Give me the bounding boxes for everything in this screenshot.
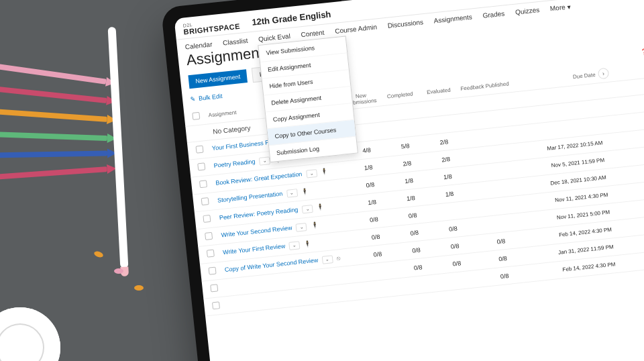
cup-decoration	[0, 307, 60, 361]
chevron-down-icon[interactable]: ⌄	[322, 255, 333, 264]
count-cell	[362, 287, 400, 291]
hidden-icon: ⦸	[336, 254, 341, 261]
col-evaluated[interactable]: Evaluated	[419, 86, 459, 96]
assignment-link[interactable]: Storytelling Presentation	[217, 190, 283, 203]
select-all-checkbox[interactable]	[192, 111, 200, 119]
count-cell: 0/8	[435, 241, 475, 252]
count-cell	[465, 152, 519, 157]
count-cell: 1/8	[349, 162, 388, 172]
due-date-cell: Feb 14, 2022 4:30 PM	[531, 261, 619, 276]
count-cell: 0/8	[393, 210, 433, 221]
count-cell: 0/8	[354, 214, 394, 225]
count-cell: 0/8	[476, 252, 530, 264]
row-checkbox[interactable]	[197, 162, 205, 170]
count-cell	[432, 209, 471, 213]
scroll-right-icon[interactable]: ›	[598, 68, 610, 80]
count-cell: 1/8	[389, 175, 429, 186]
count-cell: 2/8	[388, 158, 427, 168]
count-cell	[469, 187, 523, 192]
row-checkbox[interactable]	[205, 232, 213, 240]
count-cell: 0/8	[437, 258, 477, 268]
count-cell: 0/8	[394, 227, 434, 238]
col-due[interactable]: Due Date	[511, 71, 598, 87]
count-cell: 5/8	[386, 140, 425, 151]
count-cell: 0/8	[351, 179, 390, 190]
brand-logo: D2L BRIGHTSPACE	[182, 17, 240, 36]
due-date-cell	[515, 108, 602, 117]
count-cell	[464, 134, 517, 140]
row-checkbox[interactable]	[199, 180, 207, 188]
chevron-down-icon[interactable]: ⌄	[296, 223, 307, 232]
row-checkbox[interactable]	[203, 215, 211, 223]
row-checkbox[interactable]	[212, 301, 220, 309]
assignment-context-menu: View SubmissionsEdit AssignmentHide from…	[258, 36, 358, 162]
special-access-icon: 🕴	[311, 221, 319, 229]
assignment-link[interactable]: Poetry Reading	[213, 158, 256, 168]
row-checkbox[interactable]	[207, 250, 215, 258]
count-cell: 0/8	[356, 231, 396, 242]
assignment-link[interactable]: Peer Review: Poetry Reading	[219, 206, 298, 221]
count-cell: 0/8	[398, 262, 438, 272]
due-date-cell	[517, 125, 603, 134]
chevron-down-icon[interactable]: ⌄	[289, 241, 301, 250]
assignment-link[interactable]: Write Your First Review	[223, 242, 286, 256]
count-cell: 0/8	[474, 235, 528, 247]
count-cell: 1/8	[430, 189, 470, 199]
count-cell: 0/8	[358, 249, 397, 260]
count-cell: 1/8	[428, 171, 468, 182]
row-checkbox[interactable]	[210, 284, 218, 292]
count-cell: 1/8	[391, 193, 431, 203]
count-cell: 0/8	[433, 223, 473, 234]
special-access-icon: 🕴	[303, 240, 311, 247]
count-cell: 1/8	[352, 197, 392, 207]
count-cell	[471, 203, 525, 209]
count-cell	[472, 221, 526, 226]
count-cell	[360, 270, 399, 274]
count-cell	[467, 169, 521, 174]
chevron-down-icon[interactable]: ⌄	[259, 156, 270, 166]
chevron-down-icon[interactable]: ⌄	[286, 189, 298, 198]
count-cell: 2/8	[425, 136, 464, 147]
count-cell	[439, 278, 478, 282]
col-feedback[interactable]: Feedback Published	[458, 80, 512, 91]
special-access-icon: 🕴	[321, 168, 329, 175]
row-checkbox[interactable]	[209, 267, 217, 275]
chevron-down-icon[interactable]: ⌄	[302, 204, 313, 213]
chevron-down-icon[interactable]: ⌄	[306, 169, 317, 178]
count-cell: 2/8	[426, 154, 466, 164]
shavings-decoration	[87, 252, 154, 292]
count-cell	[423, 123, 462, 127]
assignment-link[interactable]: Write Your Second Review	[221, 224, 292, 238]
count-cell: 0/8	[478, 270, 532, 282]
count-cell	[462, 117, 515, 122]
special-access-icon: 🕴	[317, 203, 325, 211]
row-checkbox[interactable]	[195, 146, 203, 154]
count-cell	[400, 282, 439, 287]
col-completed[interactable]: Completed	[380, 90, 420, 100]
pencils-decoration	[0, 20, 127, 235]
app-screen: D2L BRIGHTSPACE 12th Grade English Emily…	[174, 0, 644, 361]
count-cell	[384, 127, 423, 131]
row-checkbox[interactable]	[201, 197, 209, 205]
tablet-frame: D2L BRIGHTSPACE 12th Grade English Emily…	[161, 0, 644, 361]
special-access-icon: 🕴	[301, 187, 309, 195]
count-cell: 0/8	[396, 245, 436, 256]
stylus-decoration	[108, 27, 129, 268]
